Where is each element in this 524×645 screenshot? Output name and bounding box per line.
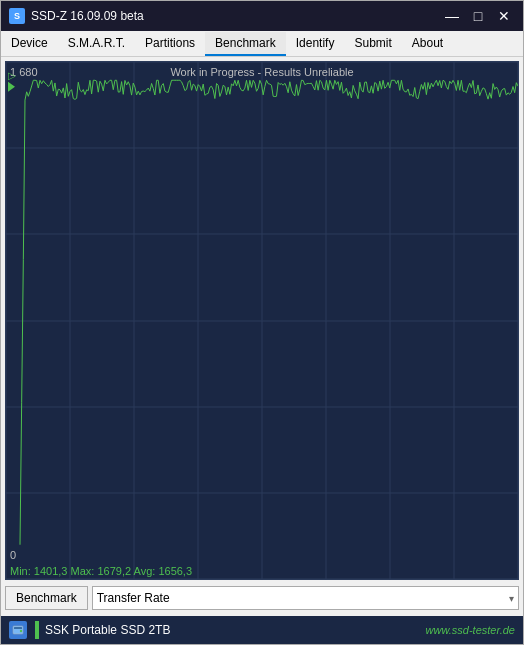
main-window: S SSD-Z 16.09.09 beta — □ ✕ Device S.M.A… [0, 0, 524, 645]
menu-submit[interactable]: Submit [344, 32, 401, 56]
close-button[interactable]: ✕ [493, 5, 515, 27]
menu-device[interactable]: Device [1, 32, 58, 56]
svg-point-2 [20, 630, 22, 632]
dropdown-value: Transfer Rate [97, 591, 170, 605]
benchmark-chart [6, 62, 518, 579]
title-bar: S SSD-Z 16.09.09 beta — □ ✕ [1, 1, 523, 31]
app-icon: S [9, 8, 25, 24]
menu-partitions[interactable]: Partitions [135, 32, 205, 56]
menu-smart[interactable]: S.M.A.R.T. [58, 32, 135, 56]
dropdown-arrow-icon: ▾ [509, 593, 514, 604]
status-bar: SSK Portable SSD 2TB www.ssd-tester.de [1, 616, 523, 644]
chart-stats: Min: 1401,3 Max: 1679,2 Avg: 1656,3 [10, 565, 192, 577]
benchmark-button[interactable]: Benchmark [5, 586, 88, 610]
chart-y-min: 0 [10, 549, 16, 561]
window-title: SSD-Z 16.09.09 beta [31, 9, 144, 23]
chart-area: 1 680 Work in Progress - Results Unrelia… [5, 61, 519, 580]
menu-bar: Device S.M.A.R.T. Partitions Benchmark I… [1, 31, 523, 57]
main-content: 1 680 Work in Progress - Results Unrelia… [1, 57, 523, 616]
title-bar-left: S SSD-Z 16.09.09 beta [9, 8, 144, 24]
chart-triangle: ▷ [8, 70, 16, 81]
svg-rect-1 [14, 627, 22, 629]
minimize-button[interactable]: — [441, 5, 463, 27]
maximize-button[interactable]: □ [467, 5, 489, 27]
drive-status-indicator [35, 621, 39, 639]
menu-identify[interactable]: Identify [286, 32, 345, 56]
brand-text: www.ssd-tester.de [426, 624, 515, 636]
transfer-rate-dropdown[interactable]: Transfer Rate ▾ [92, 586, 519, 610]
menu-benchmark[interactable]: Benchmark [205, 32, 286, 56]
chart-title: Work in Progress - Results Unreliable [170, 66, 353, 78]
drive-icon [9, 621, 27, 639]
menu-about[interactable]: About [402, 32, 453, 56]
drive-label: SSK Portable SSD 2TB [45, 623, 426, 637]
bottom-toolbar: Benchmark Transfer Rate ▾ [5, 584, 519, 612]
title-controls: — □ ✕ [441, 5, 515, 27]
